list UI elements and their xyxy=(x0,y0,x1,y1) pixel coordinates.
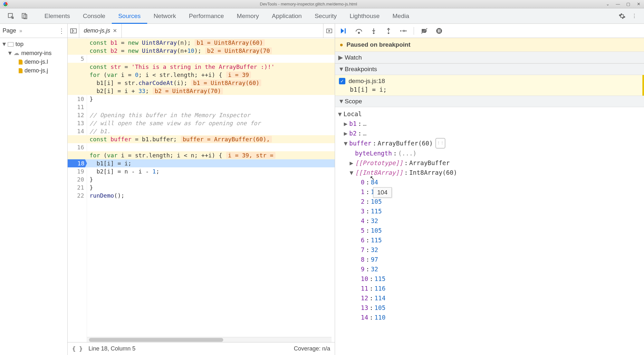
code-line[interactable]: for (var i = 0; i < str.length; ++i) {i … xyxy=(90,71,335,79)
svg-rect-6 xyxy=(345,28,346,33)
scope-array-item[interactable]: 9: 32 xyxy=(338,264,644,274)
step-over-button[interactable] xyxy=(354,26,363,35)
tree-row-top[interactable]: ▼ top xyxy=(0,40,67,49)
tab-performance[interactable]: Performance xyxy=(182,8,230,24)
svg-point-10 xyxy=(400,30,401,32)
scope-array-item[interactable]: 2: 105 xyxy=(338,197,644,206)
scope-array-item[interactable]: 3: 115 xyxy=(338,206,644,216)
chrome-icon xyxy=(3,1,8,7)
svg-point-8 xyxy=(373,32,375,34)
scope-array-item[interactable]: 5: 105 xyxy=(338,226,644,235)
code-line[interactable] xyxy=(90,143,335,151)
code-line[interactable]: // will open the same view as for openin… xyxy=(90,119,335,127)
scope-array-item[interactable]: 13: 105 xyxy=(338,303,644,313)
file-tabs: demo-js.js ✕ xyxy=(68,24,335,38)
inspect-element-icon[interactable] xyxy=(7,12,15,20)
debugger-panel: ● Paused on breakpoint ▶Watch ▼Breakpoin… xyxy=(335,24,644,355)
tab-network[interactable]: Network xyxy=(147,8,183,24)
resume-button[interactable] xyxy=(340,26,349,35)
scope-bytelength[interactable]: byteLength: (...) xyxy=(338,148,644,158)
close-window-icon[interactable]: ✕ xyxy=(636,1,641,7)
scope-array-item[interactable]: 7: 32 xyxy=(338,245,644,255)
code-line[interactable]: // Opening this buffer in the Memory Ins… xyxy=(90,111,335,119)
code-line[interactable]: b1[i] = i; xyxy=(90,159,335,167)
minimize-icon[interactable]: — xyxy=(615,1,621,7)
code-line[interactable]: const b1 = new Uint8Array(n);b1 = Uint8A… xyxy=(90,39,335,47)
scope-section-header[interactable]: ▼Scope xyxy=(335,96,644,107)
scope-array-item[interactable]: 6: 115 xyxy=(338,235,644,245)
run-snippet-icon[interactable] xyxy=(323,24,335,38)
code-line[interactable]: const b2 = new Uint8Array(n+10);b2 = Uin… xyxy=(90,47,335,55)
code-line[interactable]: const buffer = b1.buffer;buffer = ArrayB… xyxy=(90,135,335,143)
step-into-button[interactable] xyxy=(369,26,378,35)
code-editor[interactable]: 345678910111213141516171819202122 const … xyxy=(68,38,335,342)
code-line[interactable]: // b1. xyxy=(90,127,335,135)
inline-value: b2 = Uint8Array(70 xyxy=(205,47,272,54)
toggle-navigator-icon[interactable] xyxy=(68,24,79,38)
sidebar-kebab-icon[interactable]: ⋮ xyxy=(58,27,65,35)
code-line[interactable] xyxy=(90,103,335,111)
scope-b2[interactable]: ▶b2: … xyxy=(338,128,644,138)
expand-tabs-icon[interactable]: » xyxy=(19,28,22,34)
code-line[interactable]: const str = 'This is a string in the Arr… xyxy=(90,63,335,71)
breakpoint-entry[interactable]: ✓ demo-js.js:18 b1[i] = i; xyxy=(335,75,644,96)
svg-rect-15 xyxy=(438,29,439,33)
tab-application[interactable]: Application xyxy=(265,8,308,24)
scope-array-item[interactable]: 12: 114 xyxy=(338,293,644,303)
scope-array-item[interactable]: 11: 116 xyxy=(338,284,644,293)
code-line[interactable]: b2[i] = n - i - 1; xyxy=(90,167,335,175)
tab-security[interactable]: Security xyxy=(308,8,343,24)
settings-gear-icon[interactable] xyxy=(618,12,626,20)
scope-array-item[interactable]: 4: 32 xyxy=(338,216,644,226)
scope-prototype[interactable]: ▶[[Prototype]]: ArrayBuffer xyxy=(338,158,644,168)
tab-media[interactable]: Media xyxy=(386,8,416,24)
scope-int8array[interactable]: ▼[[Int8Array]]: Int8Array(60) xyxy=(338,168,644,177)
code-line[interactable]: b1[i] = str.charCodeAt(i);b1 = Uint8Arra… xyxy=(90,79,335,87)
code-line[interactable]: } xyxy=(90,175,335,183)
scope-buffer[interactable]: ▼buffer: ArrayBuffer(60)⋮⋮ xyxy=(338,138,644,148)
scope-array-item[interactable]: 14: 110 xyxy=(338,313,644,322)
code-line[interactable]: for (var i = str.length; i < n; ++i) {i … xyxy=(90,151,335,159)
tab-sources[interactable]: Sources xyxy=(112,8,147,24)
scope-array-item[interactable]: 10: 115 xyxy=(338,274,644,284)
svg-point-7 xyxy=(358,32,360,33)
scope-local[interactable]: ▼Local xyxy=(338,109,644,119)
page-tab[interactable]: Page xyxy=(3,27,16,34)
breakpoints-section-header[interactable]: ▼Breakpoints xyxy=(335,63,644,75)
step-out-button[interactable] xyxy=(384,26,393,35)
code-line[interactable]: runDemo(); xyxy=(90,192,335,200)
file-tree-item[interactable]: demo-js.j xyxy=(0,66,67,75)
file-tab-demo-js[interactable]: demo-js.js ✕ xyxy=(79,24,122,38)
inline-value: i = 39, str = xyxy=(226,152,275,159)
inline-value: b2 = Uint8Array(70) xyxy=(153,88,223,94)
code-line[interactable]: } xyxy=(90,183,335,192)
scope-array-item[interactable]: 0: 84 xyxy=(338,177,644,187)
code-line[interactable]: b2[i] = i + 33;b2 = Uint8Array(70) xyxy=(90,87,335,95)
tab-elements[interactable]: Elements xyxy=(38,8,76,24)
breakpoint-checkbox[interactable]: ✓ xyxy=(339,78,345,84)
code-line[interactable]: } xyxy=(90,95,335,103)
pretty-print-icon[interactable]: { } xyxy=(72,345,83,352)
device-toggle-icon[interactable] xyxy=(21,12,28,20)
deactivate-breakpoints-button[interactable] xyxy=(420,26,429,35)
kebab-menu-icon[interactable]: ⋮ xyxy=(630,12,638,20)
horizontal-scrollbar[interactable] xyxy=(87,337,332,342)
pause-exceptions-button[interactable] xyxy=(435,26,444,35)
watch-section-header[interactable]: ▶Watch xyxy=(335,51,644,63)
step-button[interactable] xyxy=(399,26,408,35)
code-line[interactable] xyxy=(90,55,335,63)
tab-lighthouse[interactable]: Lighthouse xyxy=(343,8,386,24)
file-tree-item[interactable]: demo-js.l xyxy=(0,58,67,66)
memory-inspector-icon[interactable]: ⋮⋮ xyxy=(436,138,445,148)
chevron-down-icon[interactable]: ⌄ xyxy=(605,1,610,7)
tab-memory[interactable]: Memory xyxy=(230,8,265,24)
tree-row-origin[interactable]: ▼☁ memory-ins xyxy=(0,49,67,58)
inline-value: b1 = Uint8Array(60) xyxy=(195,39,265,46)
tab-console[interactable]: Console xyxy=(76,8,112,24)
maximize-icon[interactable]: ▢ xyxy=(625,1,631,7)
close-tab-icon[interactable]: ✕ xyxy=(113,28,117,34)
breakpoint-marker[interactable]: 18 xyxy=(68,159,87,167)
editor-statusbar: { } Line 18, Column 5 Coverage: n/a xyxy=(68,342,335,355)
scope-array-item[interactable]: 8: 97 xyxy=(338,255,644,264)
scope-b1[interactable]: ▶b1: … xyxy=(338,119,644,128)
